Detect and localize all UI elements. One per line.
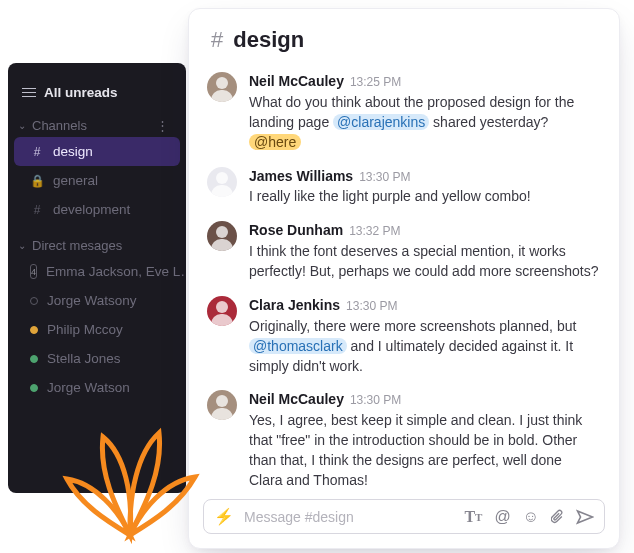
channel-label: development	[53, 202, 130, 217]
dm-label: Direct mesages	[32, 238, 122, 253]
emoji-icon[interactable]: ☺	[523, 508, 539, 526]
lock-icon: 🔒	[30, 174, 44, 188]
sidebar-dm[interactable]: Jorge Watsony	[8, 286, 186, 315]
sidebar: All unreads ⌄ Channels ⋮ #design🔒general…	[8, 63, 186, 493]
dm-label: Jorge Watsony	[47, 293, 137, 308]
message-text: Originally, there were more screenshots …	[249, 316, 599, 377]
chevron-down-icon: ⌄	[18, 120, 26, 131]
message: Clara Jenkins13:30 PMOriginally, there w…	[207, 289, 599, 384]
message: James Williams13:30 PMI really like the …	[207, 160, 599, 215]
channels-label: Channels	[32, 118, 87, 133]
channels-section[interactable]: ⌄ Channels ⋮	[8, 110, 186, 137]
mention-here[interactable]: @here	[249, 134, 301, 150]
avatar[interactable]	[207, 390, 237, 420]
sidebar-channel-development[interactable]: #development	[8, 195, 186, 224]
message-time: 13:30 PM	[346, 299, 397, 313]
message-text: I really like the light purple and yello…	[249, 186, 599, 207]
mention-user[interactable]: @thomasclark	[249, 338, 347, 354]
channel-label: general	[53, 173, 98, 188]
composer-placeholder[interactable]: Message #design	[244, 509, 454, 525]
message-sender[interactable]: Rose Dunham	[249, 222, 343, 238]
more-icon[interactable]: ⋮	[156, 118, 176, 133]
send-icon[interactable]	[576, 509, 594, 525]
presence-icon	[30, 297, 38, 305]
presence-icon	[30, 384, 38, 392]
message-time: 13:32 PM	[349, 224, 400, 238]
all-unreads[interactable]: All unreads	[8, 77, 186, 110]
menu-icon	[22, 88, 36, 98]
hash-icon: #	[30, 145, 44, 159]
dm-label: Jorge Watson	[47, 380, 130, 395]
all-unreads-label: All unreads	[44, 85, 118, 100]
message-time: 13:25 PM	[350, 75, 401, 89]
message-time: 13:30 PM	[359, 170, 410, 184]
sidebar-channel-design[interactable]: #design	[14, 137, 180, 166]
message-sender[interactable]: Neil McCauley	[249, 73, 344, 89]
dm-section[interactable]: ⌄ Direct mesages	[8, 230, 186, 257]
avatar[interactable]	[207, 221, 237, 251]
sidebar-dm[interactable]: Philip Mccoy	[8, 315, 186, 344]
avatar[interactable]	[207, 296, 237, 326]
attach-icon[interactable]	[551, 509, 564, 525]
avatar[interactable]	[207, 72, 237, 102]
chevron-down-icon: ⌄	[18, 240, 26, 251]
message-text: I think the font deserves a special ment…	[249, 241, 599, 282]
sidebar-dm[interactable]: Stella Jones	[8, 344, 186, 373]
message-list: Neil McCauley13:25 PMWhat do you think a…	[189, 63, 619, 491]
message: Rose Dunham13:32 PMI think the font dese…	[207, 214, 599, 289]
hash-icon: #	[211, 27, 223, 53]
sidebar-dm[interactable]: Jorge Watson	[8, 373, 186, 402]
channel-name: design	[233, 27, 304, 53]
channel-header[interactable]: # design	[189, 9, 619, 63]
hash-icon: #	[30, 203, 44, 217]
sidebar-dm[interactable]: 4Emma Jackson, Eve L…	[8, 257, 186, 286]
message-composer[interactable]: ⚡ Message #design TT @ ☺	[203, 499, 605, 534]
dm-label: Stella Jones	[47, 351, 121, 366]
message-sender[interactable]: Neil McCauley	[249, 391, 344, 407]
mention-icon[interactable]: @	[494, 508, 510, 526]
message-text: What do you think about the proposed des…	[249, 92, 599, 153]
channel-label: design	[53, 144, 93, 159]
presence-icon	[30, 355, 38, 363]
bolt-icon[interactable]: ⚡	[214, 507, 234, 526]
message: Neil McCauley13:25 PMWhat do you think a…	[207, 65, 599, 160]
format-icon[interactable]: TT	[464, 508, 482, 526]
message-text: Yes, I agree, best keep it simple and cl…	[249, 410, 599, 491]
message-sender[interactable]: James Williams	[249, 168, 353, 184]
chat-panel: # design Neil McCauley13:25 PMWhat do yo…	[188, 8, 620, 549]
message-time: 13:30 PM	[350, 393, 401, 407]
mention-user[interactable]: @clarajenkins	[333, 114, 429, 130]
avatar[interactable]	[207, 167, 237, 197]
message-sender[interactable]: Clara Jenkins	[249, 297, 340, 313]
group-count-icon: 4	[30, 264, 37, 279]
presence-icon	[30, 326, 38, 334]
dm-label: Philip Mccoy	[47, 322, 123, 337]
dm-label: Emma Jackson, Eve L…	[46, 264, 186, 279]
message: Neil McCauley13:30 PMYes, I agree, best …	[207, 383, 599, 491]
sidebar-channel-general[interactable]: 🔒general	[8, 166, 186, 195]
